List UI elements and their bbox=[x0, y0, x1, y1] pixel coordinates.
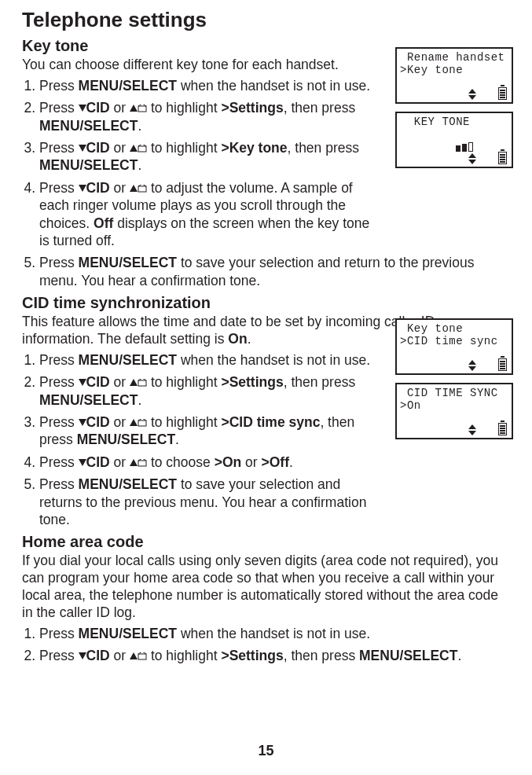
lcd-line: >Key tone bbox=[400, 64, 508, 76]
lcd-screen-rename-handset: Rename handset >Key tone bbox=[395, 47, 513, 104]
lcd-line: >CID time sync bbox=[400, 335, 508, 347]
text: >Settings bbox=[221, 648, 283, 663]
lcd-screen-key-tone: KEY TONE bbox=[395, 112, 513, 168]
text: , then press bbox=[284, 374, 355, 390]
down-arrow-icon bbox=[79, 379, 86, 388]
text: MENU bbox=[39, 157, 80, 173]
text: Press bbox=[39, 180, 79, 196]
up-arrow-icon bbox=[130, 419, 147, 428]
battery-icon bbox=[498, 152, 507, 164]
list-item: Press MENU/SELECT to save your selection… bbox=[39, 254, 510, 289]
text: /SELECT bbox=[117, 432, 175, 447]
text: or bbox=[110, 140, 130, 156]
text: Press bbox=[39, 648, 79, 663]
svg-marker-10 bbox=[79, 185, 86, 192]
lcd-icons bbox=[468, 152, 507, 164]
text: , then press bbox=[288, 140, 359, 156]
list-item: Press MENU/SELECT when the handset is no… bbox=[39, 625, 510, 642]
home-area-lead: If you dial your local calls using only … bbox=[22, 553, 510, 622]
text: Press bbox=[39, 414, 79, 430]
text: or bbox=[241, 454, 261, 470]
text: or bbox=[110, 648, 130, 663]
text: , then press bbox=[284, 648, 359, 663]
lcd-line: Rename handset bbox=[400, 51, 508, 64]
text: to highlight bbox=[147, 100, 221, 116]
text: . bbox=[138, 392, 141, 408]
text: MENU bbox=[79, 255, 119, 270]
text: Press bbox=[39, 78, 79, 94]
svg-marker-21 bbox=[130, 419, 138, 426]
text: MENU bbox=[79, 476, 119, 492]
battery-icon bbox=[498, 423, 507, 435]
text: /SELECT bbox=[119, 255, 177, 270]
svg-marker-31 bbox=[130, 652, 138, 659]
text: . bbox=[248, 331, 251, 347]
battery-icon bbox=[498, 358, 507, 371]
text: or bbox=[110, 100, 130, 116]
text: /SELECT bbox=[80, 118, 138, 134]
text: SELECT bbox=[123, 626, 177, 641]
section-heading-home-area-code: Home area code bbox=[22, 533, 510, 551]
text: or bbox=[110, 180, 130, 196]
lcd-screen-cid-menu: Key tone >CID time sync bbox=[395, 318, 513, 375]
text: >CID time sync bbox=[221, 414, 320, 430]
text: to highlight bbox=[147, 648, 221, 663]
svg-rect-7 bbox=[138, 146, 146, 152]
text: when the handset is not in use. bbox=[177, 352, 370, 368]
text: MENU/ bbox=[79, 352, 123, 368]
down-arrow-icon bbox=[79, 185, 86, 193]
text: CID bbox=[86, 140, 110, 156]
text: >Off bbox=[262, 454, 290, 470]
up-arrow-icon bbox=[130, 105, 147, 113]
svg-rect-22 bbox=[138, 421, 146, 426]
lcd-icons bbox=[468, 358, 507, 371]
text: MENU bbox=[39, 118, 80, 134]
text: MENU/ bbox=[79, 626, 123, 641]
down-arrow-icon bbox=[79, 419, 86, 428]
svg-rect-32 bbox=[138, 654, 146, 659]
text: to highlight bbox=[147, 140, 221, 156]
lcd-line: Key tone bbox=[400, 322, 508, 335]
svg-rect-12 bbox=[138, 186, 146, 192]
list-item: Press CID or to choose >On or >Off. bbox=[39, 454, 510, 471]
down-arrow-icon bbox=[79, 652, 86, 661]
page-title: Telephone settings bbox=[22, 8, 510, 32]
text: , then press bbox=[284, 100, 355, 116]
text: >On bbox=[215, 454, 242, 470]
up-arrow-icon bbox=[130, 379, 147, 388]
lcd-screen-cid-on: CID TIME SYNC >On bbox=[395, 383, 513, 439]
text: . bbox=[138, 118, 141, 134]
page-number: 15 bbox=[0, 743, 532, 759]
text: Press bbox=[39, 100, 79, 116]
text: /SELECT bbox=[80, 392, 138, 408]
text: CID bbox=[86, 648, 110, 663]
up-arrow-icon bbox=[130, 459, 147, 468]
text: /SELECT bbox=[119, 476, 177, 492]
updown-icon bbox=[468, 153, 476, 164]
text: SELECT bbox=[123, 352, 177, 368]
text: CID bbox=[86, 414, 110, 430]
text: On bbox=[228, 331, 247, 347]
svg-marker-26 bbox=[130, 459, 138, 466]
manual-page: Telephone settings Key tone You can choo… bbox=[0, 0, 532, 775]
screen-group-cid-sync: Key tone >CID time sync CID TIME SYNC >O… bbox=[395, 318, 513, 447]
svg-rect-2 bbox=[138, 106, 146, 112]
svg-marker-16 bbox=[130, 379, 138, 386]
text: MENU bbox=[359, 648, 400, 663]
lcd-line: CID TIME SYNC bbox=[400, 387, 508, 399]
up-arrow-icon bbox=[130, 652, 147, 661]
svg-marker-11 bbox=[130, 185, 138, 192]
lcd-line: >On bbox=[400, 399, 508, 412]
text: Press bbox=[39, 352, 79, 368]
text: Press bbox=[39, 374, 79, 390]
text: CID bbox=[86, 374, 110, 390]
text: . bbox=[138, 157, 141, 173]
lcd-icons bbox=[468, 423, 507, 435]
text: Press bbox=[39, 255, 79, 270]
text: when the handset is not in use. bbox=[177, 78, 370, 94]
svg-marker-25 bbox=[79, 459, 86, 466]
list-item: Press CID or to adjust the volume. A sam… bbox=[39, 179, 510, 250]
text: MENU bbox=[39, 392, 80, 408]
text: . bbox=[175, 432, 179, 447]
text: Press bbox=[39, 476, 79, 492]
